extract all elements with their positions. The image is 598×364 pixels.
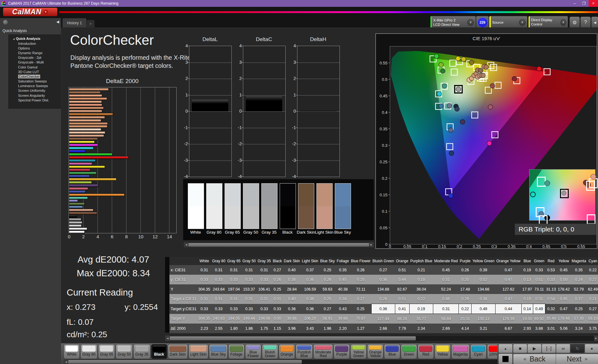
chevron-down-icon[interactable]: ▼ — [560, 19, 566, 26]
chevron-down-icon[interactable]: ▼ — [467, 19, 474, 26]
sidebar-item-color-gamut[interactable]: Color Gamut — [9, 65, 60, 69]
sidebar-item-grayscale-2pt[interactable]: Grayscale - 2pt — [9, 55, 60, 60]
patch-button-gray-65[interactable]: Gray 65 — [98, 344, 115, 359]
table-cell: 0.31 — [226, 294, 242, 304]
table-cell: 1.75 — [257, 324, 272, 333]
patch-button-purplish-blue[interactable]: Purplish Blue — [296, 344, 313, 359]
table-cell: 0.31 — [533, 294, 545, 304]
patch-button-moderate-red[interactable]: Moderate Red — [313, 344, 333, 359]
patch-button-gray-35[interactable]: Gray 35 — [133, 344, 150, 359]
sidebar-item-screen-angularity[interactable]: Screen Angularity — [9, 93, 60, 98]
stop-button[interactable]: ■ — [513, 344, 527, 353]
deltae-bar — [69, 91, 101, 94]
patch-button-white[interactable]: White — [64, 344, 80, 359]
patch-scrollbar-thumb[interactable] — [68, 360, 302, 363]
scroll-left-icon[interactable]: ◀ — [184, 242, 188, 247]
patch-button-100-red[interactable]: 100% Red — [487, 344, 497, 359]
up-arrow-icon: ▲ — [504, 347, 507, 350]
workflow-button[interactable] — [3, 20, 8, 25]
patch-button-orange[interactable]: Orange — [279, 344, 295, 359]
display-control-label: Direct Display Control — [530, 17, 560, 27]
sidebar-item-spectral-power-dist-[interactable]: Spectral Power Dist. — [9, 98, 60, 102]
table-cell: 0.47 — [496, 265, 521, 275]
record-button[interactable]: ● — [585, 344, 598, 353]
range-button[interactable]: [··] — [542, 344, 556, 353]
next-button[interactable]: Next » — [556, 354, 598, 364]
swatch-scrollbar-thumb[interactable] — [188, 243, 369, 247]
patch-button-gray-50[interactable]: Gray 50 — [116, 344, 133, 359]
refresh-button[interactable]: ↻ — [570, 344, 585, 353]
patch-button-magenta[interactable]: Magenta — [451, 344, 470, 359]
patch-button-gray-80[interactable]: Gray 80 — [80, 344, 97, 359]
sidebar-item-options[interactable]: Options — [9, 46, 60, 50]
scroll-right-icon[interactable]: ▶ — [594, 336, 598, 341]
tree-root[interactable]: ◢Quick Analysis — [9, 36, 60, 41]
table-scrollbar-thumb[interactable] — [170, 336, 416, 341]
sidebar-item-grayscale-multi[interactable]: Grayscale - Multi — [9, 60, 60, 65]
chevron-down-icon[interactable]: ▼ — [519, 19, 526, 26]
sidebar-item-introduction[interactable]: Introduction — [9, 41, 60, 46]
patch-button-bluish-green[interactable]: Bluish Green — [262, 344, 278, 359]
table-cell: 134.88 — [372, 284, 395, 294]
swatch-scrollbar[interactable]: ◀ ▶ — [184, 242, 374, 247]
scroll-left-icon[interactable]: ◀ — [64, 360, 68, 364]
deltae-bar — [69, 107, 104, 110]
calman-logo[interactable]: CalMAN ▼ — [3, 8, 57, 16]
settings-button[interactable]: ⚙ — [569, 16, 580, 28]
table-cell: 35.77 — [409, 314, 433, 324]
patch-button-light-skin[interactable]: Light Skin — [188, 344, 209, 359]
table-col-header: Blue Sky — [319, 257, 336, 265]
table-cell: 2.93 — [521, 324, 533, 333]
maximize-button[interactable]: ❐ — [579, 0, 589, 7]
back-button[interactable]: « Back — [513, 354, 556, 364]
sidebar-item-dynamic-range[interactable]: Dynamic Range — [9, 50, 60, 55]
sidebar-item-screen-uniformity[interactable]: Screen Uniformity — [9, 88, 60, 93]
panel-collapse-button[interactable]: ◀ — [591, 16, 598, 28]
patch-button-green[interactable]: Green — [401, 344, 417, 359]
table-col-header: Yellow — [557, 257, 571, 265]
table-cell: 1.96 — [319, 324, 336, 333]
loop-button[interactable]: ∞ — [556, 344, 570, 353]
tab-history-1[interactable]: History 1 — [62, 18, 87, 28]
patch-button-purple[interactable]: Purple — [334, 344, 350, 359]
sidebar-collapse-icon[interactable]: ◀ — [56, 20, 59, 24]
patch-button-yellow[interactable]: Yellow — [434, 344, 451, 359]
patch-button-yellow-green[interactable]: Yellow Green — [350, 344, 367, 359]
close-button[interactable]: × — [589, 0, 598, 7]
titlebar: CM CalMAN 2017 CalMAN Ultimate for Busin… — [0, 0, 598, 7]
pattern-window-button[interactable] — [498, 353, 513, 364]
patch-button-foliage[interactable]: Foliage — [228, 344, 244, 359]
table-scrollbar[interactable]: ◀ ▶ — [165, 335, 598, 341]
patch-button-red[interactable]: Red — [418, 344, 434, 359]
patch-button-blue[interactable]: Blue — [384, 344, 400, 359]
panel-up-button[interactable]: ▲ — [498, 344, 513, 353]
tree-expand-icon[interactable]: ◢ — [13, 37, 15, 40]
display-control-dropdown[interactable]: Direct Display Control ▼ — [528, 16, 568, 29]
help-button[interactable]: ? — [580, 16, 591, 28]
patch-label: Gray 65 — [100, 352, 113, 357]
patch-button-black[interactable]: Black — [151, 344, 167, 359]
logo-dropdown-icon[interactable]: ▼ — [43, 10, 48, 15]
table-cell: 0.49 — [533, 304, 545, 314]
scroll-left-icon[interactable]: ◀ — [165, 336, 170, 341]
patch-button-dark-skin[interactable]: Dark Skin — [168, 344, 188, 359]
patch-scrollbar[interactable]: ◀ — [64, 359, 498, 364]
patch-button-orange-yellow[interactable]: Orange Yellow — [367, 344, 383, 359]
sidebar-item-colorchecker[interactable]: ColorChecker — [9, 74, 60, 79]
play-button[interactable]: ▶ — [527, 344, 542, 353]
patch-button-blue-flower[interactable]: Blue Flower — [245, 344, 261, 359]
patch-button-cyan[interactable]: Cyan — [470, 344, 486, 359]
tab-add-button[interactable]: + — [87, 20, 95, 28]
swatch-gray-35 — [261, 183, 278, 229]
scroll-right-icon[interactable]: ▶ — [369, 242, 373, 247]
source-dropdown[interactable]: Source ▼ — [489, 16, 528, 29]
sidebar-item-luminance-sweeps[interactable]: Luminance Sweeps — [9, 84, 60, 88]
table-cell: 0.51 — [395, 294, 409, 304]
patch-button-blue-sky[interactable]: Blue Sky — [209, 344, 227, 359]
minimize-button[interactable]: – — [570, 0, 579, 7]
deltae-bar — [69, 197, 88, 199]
sidebar-item-saturation-sweeps[interactable]: Saturation Sweeps — [9, 79, 60, 84]
sidebar-item-3d-cube-lut[interactable]: 3D Cube LUT — [9, 69, 60, 74]
table-cell: 0.44 — [496, 304, 521, 314]
meter-dropdown[interactable]: X-Rite i1Pro 2 LCD Direct View ▼ — [430, 16, 476, 29]
